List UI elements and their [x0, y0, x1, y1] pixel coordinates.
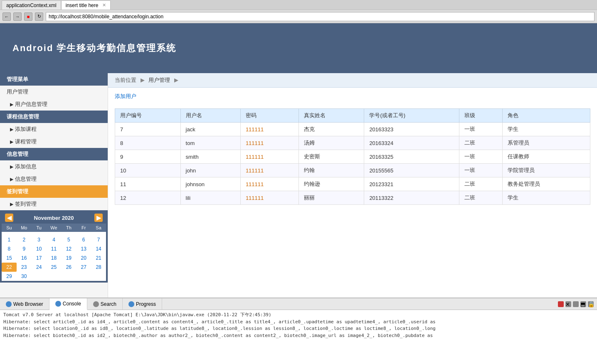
- cal-day-12[interactable]: 12: [61, 244, 76, 253]
- cal-day-7[interactable]: 7: [91, 235, 106, 244]
- cal-day-21[interactable]: 21: [91, 253, 106, 263]
- cal-day-26[interactable]: 26: [61, 263, 76, 272]
- tab-close-icon[interactable]: ✕: [102, 2, 106, 8]
- cal-day-28[interactable]: 28: [91, 263, 106, 272]
- cal-day-27[interactable]: 27: [76, 263, 91, 272]
- tab-applicationcontext[interactable]: applicationContext.xml: [2, 0, 61, 10]
- sidebar-item-add-course[interactable]: ▶添加课程: [0, 123, 108, 135]
- user-table: 用户编号 用户名 密码 真实姓名 学号(或者工号) 班级 角色 7jack111…: [115, 108, 590, 205]
- table-row: 8tom111111汤姆20163324二班系管理员: [115, 136, 590, 150]
- sidebar-section-info: 信息管理: [0, 148, 108, 160]
- cal-day-1[interactable]: 1: [2, 235, 17, 244]
- expand-icon[interactable]: ⬒: [580, 301, 586, 307]
- tab-search[interactable]: Search: [87, 298, 123, 310]
- tab-progress[interactable]: Progress: [123, 298, 162, 310]
- stop-button[interactable]: ■: [24, 12, 32, 21]
- cell-student_no: 20123321: [364, 177, 459, 191]
- cal-day-29[interactable]: 29: [2, 272, 17, 281]
- cell-class: 一班: [459, 164, 502, 177]
- day-fr: Fr: [76, 224, 91, 231]
- cal-day-19[interactable]: 19: [61, 253, 76, 263]
- refresh-button[interactable]: ↻: [35, 12, 43, 21]
- console-icon: [55, 301, 61, 307]
- cal-day-14[interactable]: 14: [91, 244, 106, 253]
- cal-day-18[interactable]: 18: [47, 253, 62, 263]
- breadcrumb-prefix: 当前位置: [115, 77, 136, 83]
- cal-day-20[interactable]: 20: [76, 253, 91, 263]
- cal-day-22[interactable]: 22: [2, 263, 17, 272]
- cal-day-30[interactable]: 30: [17, 272, 32, 281]
- cell-class: 一班: [459, 123, 502, 136]
- content-body: 添加用户 用户编号 用户名 密码 真实姓名 学号(或者工号) 班级 角色 7ja…: [108, 88, 597, 210]
- sidebar-title: 管理菜单: [0, 73, 108, 86]
- cal-day-6[interactable]: 6: [76, 235, 91, 244]
- add-user-link[interactable]: 添加用户: [115, 93, 136, 100]
- cal-empty: [47, 232, 62, 235]
- tab-search-label: Search: [101, 301, 116, 307]
- lock-icon[interactable]: 🔒: [588, 301, 594, 307]
- cal-day-10[interactable]: 10: [32, 244, 47, 253]
- console-output: Tomcat v7.0 Server at localhost [Apache …: [0, 310, 597, 364]
- cal-empty: [61, 272, 76, 281]
- cal-empty: [2, 232, 17, 235]
- tab-insert-title[interactable]: insert title here ✕: [61, 0, 111, 10]
- back-button[interactable]: ←: [2, 12, 11, 21]
- cell-role: 学生: [503, 191, 590, 205]
- address-bar[interactable]: [46, 12, 595, 21]
- tab-web-browser[interactable]: Web Browser: [0, 298, 49, 310]
- sidebar-section-checkin[interactable]: 签到管理: [0, 185, 108, 198]
- cal-empty: [76, 272, 91, 281]
- stop-console-icon[interactable]: [558, 301, 564, 307]
- cell-class: 二班: [459, 136, 502, 150]
- cal-day-23[interactable]: 23: [17, 263, 32, 272]
- tab-progress-label: Progress: [136, 301, 156, 307]
- sidebar-item-course-manage[interactable]: ▶课程管理: [0, 135, 108, 148]
- cal-day-17[interactable]: 17: [32, 253, 47, 263]
- table-row: 9smith111111史密斯20163325一班任课教师: [115, 150, 590, 164]
- bottom-panel: Web Browser Console Search Progress ✕ ⬒ …: [0, 298, 597, 364]
- cal-day-3[interactable]: 3: [32, 235, 47, 244]
- cell-realname: 杰克: [298, 123, 364, 136]
- forward-button[interactable]: →: [13, 12, 22, 21]
- cal-day-16[interactable]: 16: [17, 253, 32, 263]
- clear-console-icon[interactable]: ✕: [565, 301, 571, 307]
- pin-icon[interactable]: [573, 301, 579, 307]
- cell-password: 111111: [240, 136, 298, 150]
- cal-day-24[interactable]: 24: [32, 263, 47, 272]
- content-area: 当前位置 ▶ 用户管理 ▶ 添加用户 用户编号 用户名 密码 真实姓名 学号(或…: [108, 73, 597, 298]
- cal-empty: [61, 232, 76, 235]
- sidebar-item-info-manage[interactable]: ▶信息管理: [0, 173, 108, 185]
- col-role: 角色: [503, 109, 590, 123]
- cell-realname: 史密斯: [298, 150, 364, 164]
- calendar-days-header: Su Mo Tu We Th Fr Sa: [2, 224, 106, 232]
- cal-day-13[interactable]: 13: [76, 244, 91, 253]
- cell-class: 二班: [459, 191, 502, 205]
- cell-password: 111111: [240, 150, 298, 164]
- cal-day-4[interactable]: 4: [47, 235, 62, 244]
- sidebar-section-user-management[interactable]: 用户管理: [0, 86, 108, 98]
- cell-role: 系管理员: [503, 136, 590, 150]
- day-su: Su: [2, 224, 17, 231]
- sidebar-item-add-info[interactable]: ▶添加信息: [0, 160, 108, 173]
- calendar-prev-button[interactable]: ◀: [5, 214, 13, 222]
- sidebar-item-checkin-manage[interactable]: ▶签到管理: [0, 198, 108, 210]
- col-class: 班级: [459, 109, 502, 123]
- cal-day-2[interactable]: 2: [17, 235, 32, 244]
- cal-day-9[interactable]: 9: [17, 244, 32, 253]
- breadcrumb-sep2: ▶: [174, 77, 178, 83]
- cal-empty: [17, 232, 32, 235]
- progress-icon: [128, 301, 134, 307]
- cal-day-15[interactable]: 15: [2, 253, 17, 263]
- cal-day-5[interactable]: 5: [61, 235, 76, 244]
- cal-day-25[interactable]: 25: [47, 263, 62, 272]
- calendar-next-button[interactable]: ▶: [94, 214, 103, 222]
- cell-student_no: 20163325: [364, 150, 459, 164]
- cal-empty: [91, 232, 106, 235]
- calendar: ◀ November 2020 ▶ Su Mo Tu We Th Fr Sa: [0, 210, 108, 283]
- cal-day-8[interactable]: 8: [2, 244, 17, 253]
- sidebar-item-user-info[interactable]: ▶用户信息管理: [0, 98, 108, 111]
- cal-day-11[interactable]: 11: [47, 244, 62, 253]
- cell-id: 7: [115, 123, 181, 136]
- table-row: 11johnson111111约翰逊20123321二班教务处管理员: [115, 177, 590, 191]
- tab-console[interactable]: Console: [49, 298, 87, 310]
